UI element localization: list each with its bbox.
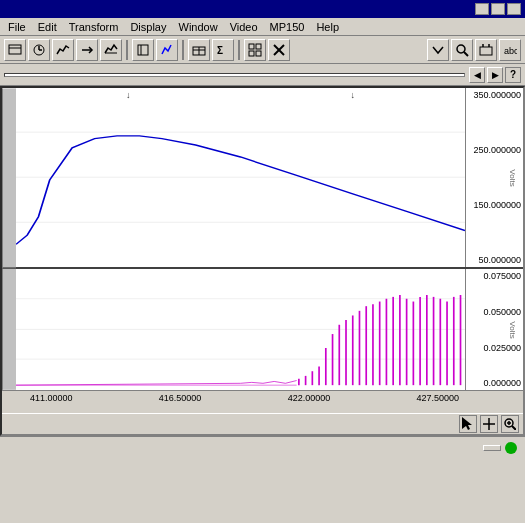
x-val-1: 411.00000: [30, 393, 73, 403]
toolbar-btn-11[interactable]: [268, 39, 290, 61]
help-button[interactable]: ?: [505, 67, 521, 83]
cursor-crosshair-button[interactable]: [480, 415, 498, 433]
y-label-3: 150.000000: [468, 200, 521, 210]
y-label-2: 250.000000: [468, 145, 521, 155]
menu-display[interactable]: Display: [124, 20, 172, 34]
svg-rect-0: [9, 45, 21, 54]
toolbar-btn-end4[interactable]: abc: [499, 39, 521, 61]
cursor-zoom-button[interactable]: [501, 415, 519, 433]
svg-text:abc: abc: [504, 46, 517, 56]
close-button[interactable]: [507, 3, 521, 15]
channel-2-unit: Volts: [508, 169, 517, 186]
menu-transform[interactable]: Transform: [63, 20, 125, 34]
toolbar-btn-1[interactable]: [4, 39, 26, 61]
chart-toolbar: [2, 413, 523, 434]
toolbar-btn-6[interactable]: [132, 39, 154, 61]
y-label-4: 50.000000: [468, 255, 521, 265]
toolbar-btn-end2[interactable]: [451, 39, 473, 61]
menu-edit[interactable]: Edit: [32, 20, 63, 34]
svg-rect-13: [249, 44, 254, 49]
channel-2-panel: 350.000000 250.000000 150.000000 50.0000…: [2, 88, 523, 269]
toolbar-btn-9[interactable]: Σ: [212, 39, 234, 61]
toolbar: Σ abc: [0, 36, 525, 64]
toolbar-btn-2[interactable]: [28, 39, 50, 61]
toolbar-sep-3: [238, 40, 240, 60]
info-bar: ◀ ▶ ?: [0, 64, 525, 86]
svg-line-61: [512, 426, 516, 430]
window-controls: [475, 3, 521, 15]
toolbar-sep-2: [182, 40, 184, 60]
toolbar-btn-8[interactable]: [188, 39, 210, 61]
svg-rect-21: [480, 47, 492, 55]
svg-rect-15: [249, 51, 254, 56]
channel-41-label: [2, 269, 16, 390]
menu-bar: File Edit Transform Display Window Video…: [0, 18, 525, 36]
toolbar-sep-1: [126, 40, 128, 60]
x-axis: 411.00000 416.50000 422.00000 427.50000: [2, 390, 523, 413]
toolbar-btn-5[interactable]: [100, 39, 122, 61]
info-text: [4, 73, 465, 77]
y-label-b1: 0.075000: [468, 271, 521, 281]
y-label-b2: 0.050000: [468, 307, 521, 317]
x-axis-values: 411.00000 416.50000 422.00000 427.50000: [2, 391, 523, 403]
y-label-b4: 0.000000: [468, 378, 521, 388]
toolbar-btn-end3[interactable]: [475, 39, 497, 61]
menu-file[interactable]: File: [2, 20, 32, 34]
nav-next-button[interactable]: ▶: [487, 67, 503, 83]
svg-text:Σ: Σ: [217, 45, 223, 56]
svg-marker-57: [462, 417, 472, 430]
menu-help[interactable]: Help: [310, 20, 345, 34]
svg-rect-7: [138, 45, 148, 55]
x-val-4: 427.50000: [416, 393, 459, 403]
menu-window[interactable]: Window: [173, 20, 224, 34]
toolbar-btn-7[interactable]: [156, 39, 178, 61]
channel-2-plot: [16, 88, 465, 267]
nav-prev-button[interactable]: ◀: [469, 67, 485, 83]
start-button[interactable]: [483, 445, 501, 451]
minimize-button[interactable]: [475, 3, 489, 15]
x-val-3: 422.00000: [288, 393, 331, 403]
y-label-top: 350.000000: [468, 90, 521, 100]
status-bar: [0, 436, 525, 458]
x-val-2: 416.50000: [159, 393, 202, 403]
channel-41-plot: [16, 269, 465, 390]
maximize-button[interactable]: [491, 3, 505, 15]
svg-rect-16: [256, 51, 261, 56]
toolbar-btn-end1[interactable]: [427, 39, 449, 61]
toolbar-btn-3[interactable]: [52, 39, 74, 61]
channel-41-panel: 0.075000 0.050000 0.025000 0.000000 Volt…: [2, 269, 523, 390]
status-indicator: [505, 442, 517, 454]
toolbar-btn-10[interactable]: [244, 39, 266, 61]
menu-mp150[interactable]: MP150: [264, 20, 311, 34]
channel-2-label: [2, 88, 16, 267]
y-label-b3: 0.025000: [468, 343, 521, 353]
toolbar-btn-4[interactable]: [76, 39, 98, 61]
title-bar: [0, 0, 525, 18]
chart-area: ↓ ↓ 350.000000 250.000000 150.000000 50.…: [0, 86, 525, 436]
svg-point-19: [457, 45, 465, 53]
cursor-arrow-button[interactable]: [459, 415, 477, 433]
channel-41-unit: Volts: [508, 321, 517, 338]
svg-line-20: [464, 52, 468, 56]
svg-rect-14: [256, 44, 261, 49]
menu-video[interactable]: Video: [224, 20, 264, 34]
